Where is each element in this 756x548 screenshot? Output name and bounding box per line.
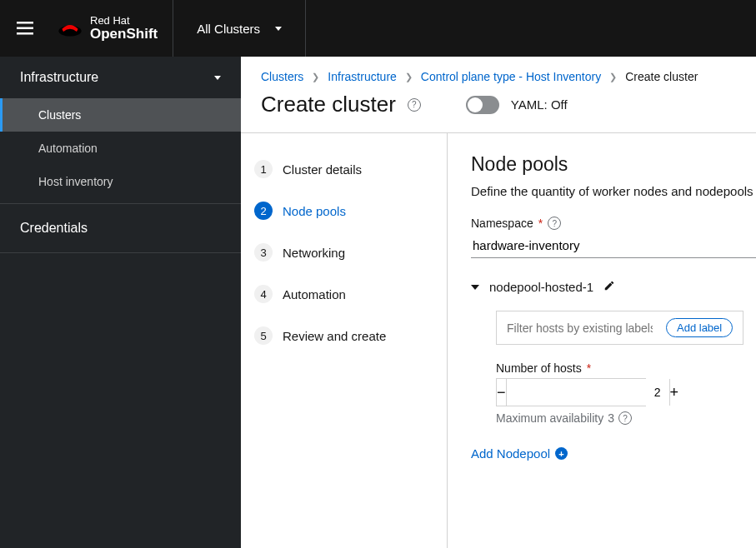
step-number: 2 <box>254 202 273 220</box>
add-label-button[interactable]: Add label <box>666 318 733 337</box>
step-label: Review and create <box>283 329 386 343</box>
add-nodepool-label: Add Nodepool <box>471 446 550 461</box>
yaml-toggle[interactable] <box>466 96 499 114</box>
hosts-count-stepper: − + <box>496 378 646 406</box>
chevron-right-icon: ❯ <box>405 72 413 82</box>
filter-hosts-input[interactable] <box>507 321 653 335</box>
max-availability-value: 3 <box>608 411 614 425</box>
caret-down-icon <box>275 27 282 31</box>
nav-item-credentials[interactable]: Credentials <box>0 204 241 253</box>
step-number: 5 <box>254 326 273 345</box>
section-description: Define the quantity of worker nodes and … <box>471 184 756 198</box>
wizard-step-cluster-details[interactable]: 1 Cluster details <box>251 153 437 185</box>
svg-rect-0 <box>17 22 33 24</box>
hosts-count-input[interactable] <box>507 379 669 406</box>
breadcrumb-link[interactable]: Infrastructure <box>328 70 396 83</box>
cluster-selector-label: All Clusters <box>197 22 260 36</box>
step-label: Automation <box>283 287 346 301</box>
menu-toggle[interactable] <box>0 22 50 35</box>
decrement-button[interactable]: − <box>497 379 507 406</box>
step-label: Node pools <box>283 204 346 218</box>
chevron-down-icon <box>214 76 221 80</box>
namespace-input[interactable] <box>471 233 756 258</box>
breadcrumb-link[interactable]: Control plane type - Host Inventory <box>421 70 601 83</box>
breadcrumb-current: Create cluster <box>625 70 698 83</box>
wizard-step-node-pools[interactable]: 2 Node pools <box>251 195 437 227</box>
svg-rect-2 <box>17 32 33 35</box>
cluster-selector-dropdown[interactable]: All Clusters <box>173 0 306 57</box>
section-title: Node pools <box>471 153 756 176</box>
brand-logo: Red Hat OpenShift <box>50 0 173 57</box>
page-title: Create cluster <box>261 92 396 117</box>
nav-section-label: Infrastructure <box>20 70 98 85</box>
edit-icon[interactable] <box>603 280 615 294</box>
chevron-right-icon: ❯ <box>609 72 617 82</box>
brand-line2: OpenShift <box>90 27 158 42</box>
sidebar: Infrastructure Clusters Automation Host … <box>0 57 241 548</box>
chevron-down-icon[interactable] <box>471 285 479 290</box>
step-number: 1 <box>254 160 273 178</box>
breadcrumb: Clusters ❯ Infrastructure ❯ Control plan… <box>241 57 756 83</box>
plus-circle-icon: + <box>555 447 568 460</box>
nav-item-host-inventory[interactable]: Host inventory <box>0 165 241 198</box>
svg-rect-1 <box>17 27 33 30</box>
nav-section-infrastructure[interactable]: Infrastructure <box>0 57 241 98</box>
namespace-label: Namespace <box>471 217 533 230</box>
wizard-step-automation[interactable]: 4 Automation <box>251 278 437 310</box>
wizard-step-review[interactable]: 5 Review and create <box>251 320 437 351</box>
step-number: 4 <box>254 285 273 303</box>
yaml-toggle-label: YAML: Off <box>511 97 568 112</box>
max-availability-label: Maximum availability <box>496 411 603 425</box>
wizard-step-networking[interactable]: 3 Networking <box>251 237 437 268</box>
required-indicator: * <box>538 217 543 230</box>
wizard-nav: 1 Cluster details 2 Node pools 3 Network… <box>241 133 448 548</box>
help-icon[interactable]: ? <box>408 98 421 112</box>
step-label: Cluster details <box>283 162 362 177</box>
chevron-right-icon: ❯ <box>312 72 319 82</box>
nodepool-name: nodepool-hosted-1 <box>489 280 593 294</box>
step-number: 3 <box>254 243 273 262</box>
add-nodepool-button[interactable]: Add Nodepool + <box>471 446 756 461</box>
nav-item-clusters[interactable]: Clusters <box>0 98 241 132</box>
help-icon[interactable]: ? <box>618 411 632 425</box>
help-icon[interactable]: ? <box>548 217 561 230</box>
hosts-count-label: Number of hosts <box>496 361 582 375</box>
redhat-icon <box>57 18 83 38</box>
step-label: Networking <box>283 246 345 260</box>
brand-line1: Red Hat <box>90 15 158 27</box>
required-indicator: * <box>587 361 591 375</box>
increment-button[interactable]: + <box>669 379 679 406</box>
nav-item-automation[interactable]: Automation <box>0 132 241 165</box>
breadcrumb-link[interactable]: Clusters <box>261 70 303 83</box>
